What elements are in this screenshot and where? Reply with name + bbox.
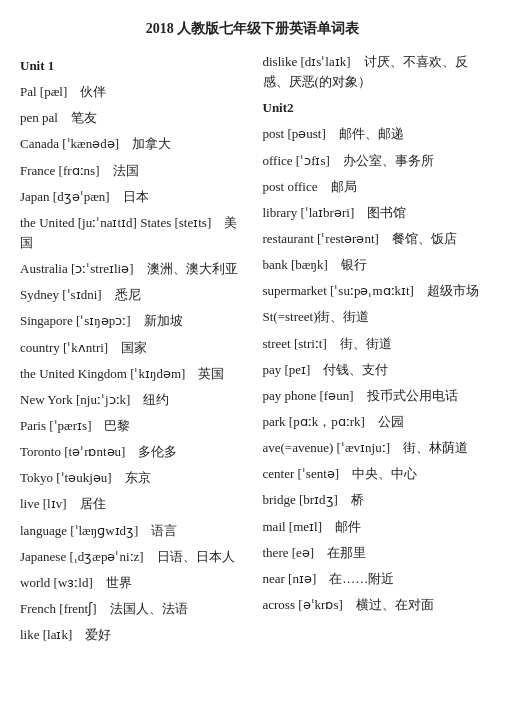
word-phonetic: bridge [brɪdʒ]	[263, 492, 351, 507]
word-meaning: 居住	[80, 496, 106, 511]
vocabulary-entry: like [laɪk] 爱好	[20, 625, 243, 645]
word-meaning: 桥	[351, 492, 364, 507]
vocabulary-entry: Paris [ˈpærɪs] 巴黎	[20, 416, 243, 436]
word-phonetic: Paris [ˈpærɪs]	[20, 418, 104, 433]
vocabulary-entry: Singapore [ˈsɪŋəpɔː] 新加坡	[20, 311, 243, 331]
word-phonetic: library [ˈlaɪbrəri]	[263, 205, 368, 220]
vocabulary-entry: Canada [ˈkænədə] 加拿大	[20, 134, 243, 154]
word-meaning: 澳洲、澳大利亚	[147, 261, 238, 276]
word-phonetic: bank [bæŋk]	[263, 257, 341, 272]
word-meaning: 邮件、邮递	[339, 126, 404, 141]
word-meaning: 办公室、事务所	[343, 153, 434, 168]
vocabulary-entry: live [lɪv] 居住	[20, 494, 243, 514]
vocabulary-entry: language [ˈlæŋɡwɪdʒ] 语言	[20, 521, 243, 541]
word-phonetic: restaurant [ˈrestərənt]	[263, 231, 392, 246]
vocabulary-entry: library [ˈlaɪbrəri] 图书馆	[263, 203, 486, 223]
word-phonetic: there [eə]	[263, 545, 328, 560]
vocabulary-entry: post [pəust] 邮件、邮递	[263, 124, 486, 144]
word-phonetic: Australia [ɔːˈstreɪliə]	[20, 261, 147, 276]
word-meaning: 银行	[341, 257, 367, 272]
word-phonetic: mail [meɪl]	[263, 519, 336, 534]
vocabulary-entry: pen pal 笔友	[20, 108, 243, 128]
word-meaning: 法国人、法语	[110, 601, 188, 616]
page-title: 2018 人教版七年级下册英语单词表	[20, 20, 485, 38]
word-meaning: 街、街道	[340, 336, 392, 351]
word-meaning: 日语、日本人	[157, 549, 235, 564]
vocabulary-entry: center [ˈsentə] 中央、中心	[263, 464, 486, 484]
word-phonetic: Singapore [ˈsɪŋəpɔː]	[20, 313, 144, 328]
vocabulary-entry: Toronto [təˈrɒntəu] 多伦多	[20, 442, 243, 462]
word-phonetic: live [lɪv]	[20, 496, 80, 511]
vocabulary-entry: Australia [ɔːˈstreɪliə] 澳洲、澳大利亚	[20, 259, 243, 279]
vocabulary-entry: restaurant [ˈrestərənt] 餐馆、饭店	[263, 229, 486, 249]
word-meaning: 纽约	[143, 392, 169, 407]
vocabulary-entry: the United Kingdom [ˈkɪŋdəm] 英国	[20, 364, 243, 384]
word-meaning: 在那里	[327, 545, 366, 560]
vocabulary-entry: pay [peɪ] 付钱、支付	[263, 360, 486, 380]
word-phonetic: supermarket [ˈsuːpəˌmɑːkɪt]	[263, 283, 427, 298]
vocabulary-entry: mail [meɪl] 邮件	[263, 517, 486, 537]
word-phonetic: Japanese [ˌdʒæpəˈniːz]	[20, 549, 157, 564]
vocabulary-entry: office [ˈɔfɪs] 办公室、事务所	[263, 151, 486, 171]
word-phonetic: New York [njuːˈjɔːk]	[20, 392, 143, 407]
word-meaning: 超级市场	[427, 283, 479, 298]
word-phonetic: ave(=avenue) [ˈævɪnjuː]	[263, 440, 404, 455]
word-meaning: 加拿大	[132, 136, 171, 151]
word-phonetic: world [wɜːld]	[20, 575, 106, 590]
word-phonetic: Japan [dʒəˈpæn]	[20, 189, 123, 204]
vocabulary-entry: Sydney [ˈsɪdni] 悉尼	[20, 285, 243, 305]
word-meaning: 新加坡	[144, 313, 183, 328]
word-phonetic: Sydney [ˈsɪdni]	[20, 287, 115, 302]
vocabulary-entry: bridge [brɪdʒ] 桥	[263, 490, 486, 510]
vocabulary-entry: across [əˈkrɒs] 横过、在对面	[263, 595, 486, 615]
vocabulary-entry: Tokyo [ˈtəukjəu] 东京	[20, 468, 243, 488]
word-phonetic: Pal [pæl]	[20, 84, 80, 99]
word-phonetic: Toronto [təˈrɒntəu]	[20, 444, 138, 459]
word-phonetic: near [nɪə]	[263, 571, 330, 586]
vocabulary-entry: ave(=avenue) [ˈævɪnjuː] 街、林荫道	[263, 438, 486, 458]
word-phonetic: Tokyo [ˈtəukjəu]	[20, 470, 125, 485]
word-phonetic: office [ˈɔfɪs]	[263, 153, 343, 168]
vocabulary-entry: park [pɑːk，pɑːrk] 公园	[263, 412, 486, 432]
word-meaning: 投币式公用电话	[367, 388, 458, 403]
vocabulary-entry: near [nɪə] 在……附近	[263, 569, 486, 589]
word-phonetic: park [pɑːk，pɑːrk]	[263, 414, 378, 429]
word-meaning: 街、林荫道	[403, 440, 468, 455]
word-meaning: 餐馆、饭店	[392, 231, 457, 246]
word-phonetic: post office	[263, 179, 331, 194]
word-meaning: 邮局	[331, 179, 357, 194]
word-phonetic: pen pal	[20, 110, 71, 125]
vocabulary-entry: street [striːt] 街、街道	[263, 334, 486, 354]
vocabulary-entry: St(=street)街、街道	[263, 307, 486, 327]
word-meaning: 英国	[198, 366, 224, 381]
vocabulary-entry: France [frɑːns] 法国	[20, 161, 243, 181]
word-meaning: 世界	[106, 575, 132, 590]
vocabulary-entry: there [eə] 在那里	[263, 543, 486, 563]
word-meaning: 国家	[121, 340, 147, 355]
word-phonetic: the United [juːˈnaɪtɪd] States [steɪts]	[20, 215, 224, 230]
left-column: Unit 1Pal [pæl] 伙伴pen pal 笔友Canada [ˈkæn…	[20, 52, 253, 651]
word-meaning: 爱好	[85, 627, 111, 642]
word-meaning: 笔友	[71, 110, 97, 125]
word-phonetic: Canada [ˈkænədə]	[20, 136, 132, 151]
word-meaning: 图书馆	[367, 205, 406, 220]
word-phonetic: language [ˈlæŋɡwɪdʒ]	[20, 523, 151, 538]
vocabulary-entry: French [frentʃ] 法国人、法语	[20, 599, 243, 619]
vocabulary-entry: world [wɜːld] 世界	[20, 573, 243, 593]
word-meaning: 语言	[151, 523, 177, 538]
word-meaning: 伙伴	[80, 84, 106, 99]
word-meaning: 法国	[113, 163, 139, 178]
word-phonetic: across [əˈkrɒs]	[263, 597, 356, 612]
word-phonetic: post [pəust]	[263, 126, 339, 141]
word-phonetic: center [ˈsentə]	[263, 466, 353, 481]
word-meaning: 日本	[123, 189, 149, 204]
vocabulary-entry: the United [juːˈnaɪtɪd] States [steɪts] …	[20, 213, 243, 253]
word-phonetic: like [laɪk]	[20, 627, 85, 642]
word-phonetic: dislike [dɪsˈlaɪk]	[263, 54, 364, 69]
word-meaning: 在……附近	[329, 571, 394, 586]
word-phonetic: street [striːt]	[263, 336, 340, 351]
vocabulary-entry: supermarket [ˈsuːpəˌmɑːkɪt] 超级市场	[263, 281, 486, 301]
word-meaning: 中央、中心	[352, 466, 417, 481]
word-meaning: 悉尼	[115, 287, 141, 302]
word-meaning: 横过、在对面	[356, 597, 434, 612]
